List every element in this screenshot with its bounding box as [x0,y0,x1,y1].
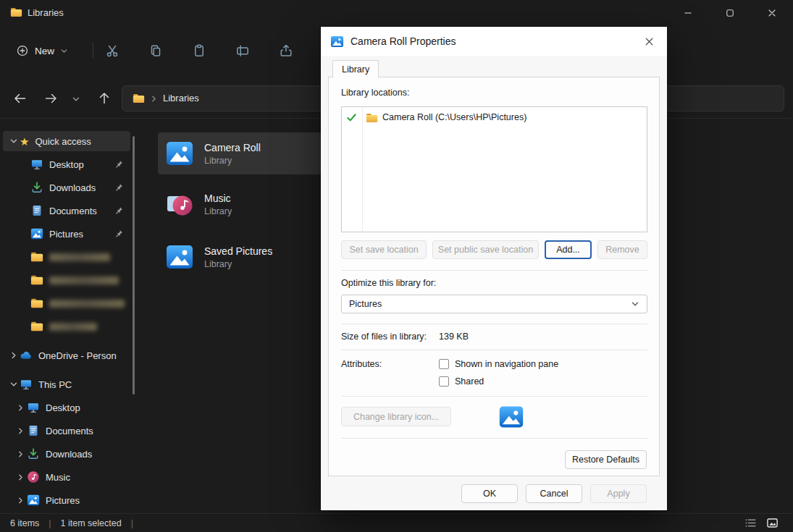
chevron-down-icon[interactable] [7,137,20,145]
sidebar-item-this-pc[interactable]: This PC [3,374,130,394]
optimize-dropdown[interactable]: Pictures [341,295,647,313]
shared-checkbox-label[interactable]: Shared [455,376,484,387]
sidebar-item-label: This PC [38,379,72,390]
status-divider: | [49,518,51,528]
monitor-icon [27,401,40,414]
sidebar-item-pc-documents[interactable]: Documents [3,421,130,441]
chevron-right-icon[interactable] [7,351,20,360]
new-button-label: New [35,46,54,56]
library-locations-list[interactable]: Camera Roll (C:\Users\HP\Pictures) [341,106,647,232]
plus-circle-icon [16,44,29,57]
set-save-location-button[interactable]: Set save location [341,240,427,259]
paste-icon[interactable] [192,43,206,58]
file-row-saved-pictures[interactable]: Saved Pictures Library [158,236,322,278]
change-library-icon-button[interactable]: Change library icon... [341,407,451,426]
thumbnail-view-icon[interactable] [766,517,779,529]
share-icon[interactable] [279,43,293,58]
sidebar-item-folder-redacted[interactable] [3,316,130,337]
divider [341,270,647,271]
file-row-camera-roll[interactable]: Camera Roll Library [158,132,322,174]
download-icon [30,181,43,194]
sidebar-item-folder-redacted[interactable] [3,270,130,290]
cancel-button[interactable]: Cancel [526,484,582,503]
sidebar-item-pictures[interactable]: Pictures [3,224,130,244]
status-divider: | [131,518,133,528]
divider [341,396,647,397]
details-view-icon[interactable] [744,517,757,529]
sidebar-item-folder-redacted[interactable] [3,247,130,267]
tab-library[interactable]: Library [332,60,379,77]
sidebar-item-documents[interactable]: Documents [3,200,130,221]
sidebar-item-pc-music[interactable]: Music [3,467,130,487]
sidebar-item-pc-pictures[interactable]: Pictures [3,490,130,510]
explorer-window: Libraries New Libraries ★ Quick access [0,0,793,532]
chevron-right-icon[interactable] [14,473,27,481]
sidebar-item-pc-desktop[interactable]: Desktop [3,397,130,418]
sidebar-item-pc-downloads[interactable]: Downloads [3,444,130,464]
document-icon [30,204,43,217]
maximize-button[interactable] [713,0,747,26]
sidebar-item-onedrive[interactable]: OneDrive - Person [3,345,130,366]
sidebar-item-label: Downloads [49,182,96,193]
breadcrumb-libraries[interactable]: Libraries [163,93,199,104]
shared-checkbox[interactable] [439,376,449,387]
close-button[interactable] [755,0,789,26]
folder-icon [30,320,43,333]
sidebar-item-label: Documents [46,426,93,436]
divider [341,438,647,439]
divider [341,324,647,324]
chevron-right-icon[interactable] [14,496,27,504]
maximize-icon [726,9,734,17]
optimize-label: Optimize this library for: [341,278,436,288]
computer-icon [20,378,33,391]
document-icon [27,424,40,437]
sidebar-item-label: Downloads [46,449,92,460]
nav-pane-checkbox-label[interactable]: Shown in navigation pane [455,359,558,369]
folder-icon [30,274,43,287]
set-public-save-location-button[interactable]: Set public save location [432,240,539,259]
chevron-right-icon[interactable] [14,449,27,458]
library-locations-label: Library locations: [341,88,410,98]
dialog-titlebar[interactable]: Camera Roll Properties [321,27,667,56]
sidebar-item-quick-access[interactable]: ★ Quick access [3,131,130,151]
new-button[interactable]: New [9,39,75,62]
chevron-down-icon[interactable] [7,380,20,389]
minimize-button[interactable] [671,0,705,26]
remove-button[interactable]: Remove [597,240,647,259]
check-icon [346,112,357,123]
ok-button[interactable]: OK [461,484,518,503]
sidebar-item-label: OneDrive - Person [38,350,117,361]
back-button[interactable] [13,91,28,106]
up-button[interactable] [97,91,112,106]
status-bar: 6 items | 1 item selected | [0,513,793,532]
chevron-down-icon [631,300,639,308]
rename-icon[interactable] [235,43,250,58]
location-item[interactable]: Camera Roll (C:\Users\HP\Pictures) [382,112,526,122]
cut-icon[interactable] [105,43,119,58]
toolbar-divider [93,43,93,59]
redacted-label [49,323,97,331]
pictures-icon [30,227,43,240]
forward-button[interactable] [43,91,58,106]
nav-pane-checkbox[interactable] [439,359,449,369]
file-row-music[interactable]: Music Library [158,183,322,225]
attributes-label: Attributes: [341,359,382,369]
add-button[interactable]: Add... [545,240,592,259]
music-library-icon [165,190,194,219]
recent-locations-button[interactable] [72,95,80,104]
pictures-icon [27,494,40,507]
size-value: 139 KB [439,332,469,342]
apply-button[interactable]: Apply [590,484,647,503]
chevron-right-icon[interactable] [14,426,27,435]
file-type: Library [204,206,232,216]
sidebar-item-downloads[interactable]: Downloads [3,177,130,198]
titlebar[interactable]: Libraries [0,0,793,26]
chevron-right-icon[interactable] [14,403,27,412]
sidebar-scrollbar[interactable] [133,136,135,394]
sidebar-item-folder-redacted[interactable] [3,293,130,313]
file-name: Saved Pictures [204,245,272,257]
sidebar-item-desktop[interactable]: Desktop [3,154,130,174]
dialog-close-button[interactable] [634,29,663,54]
copy-icon[interactable] [148,43,163,58]
restore-defaults-button[interactable]: Restore Defaults [565,450,647,469]
